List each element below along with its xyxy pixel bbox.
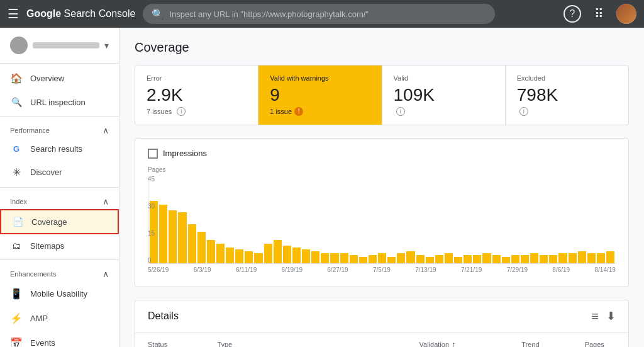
sidebar-item-search-results[interactable]: G Search results bbox=[0, 138, 119, 160]
chart-bar[interactable] bbox=[387, 257, 396, 263]
chart-bar[interactable] bbox=[578, 251, 586, 263]
chart-bar[interactable] bbox=[530, 253, 538, 263]
chart-bar[interactable] bbox=[406, 251, 414, 263]
stat-card-error[interactable]: Error 2.9K 7 issues i bbox=[135, 65, 258, 125]
mobile-icon: 📱 bbox=[10, 288, 23, 300]
stat-card-valid[interactable]: Valid 109K i bbox=[382, 65, 506, 125]
sidebar-item-label-sitemaps: Sitemaps bbox=[30, 241, 64, 251]
sidebar-item-mobile-usability[interactable]: 📱 Mobile Usability bbox=[0, 282, 119, 306]
chart-bar[interactable] bbox=[445, 253, 453, 263]
chart-bar[interactable] bbox=[283, 246, 291, 263]
chart-bar[interactable] bbox=[540, 255, 548, 263]
chart-bar[interactable] bbox=[569, 253, 577, 263]
chart-bar[interactable] bbox=[302, 249, 310, 263]
chart-bar[interactable] bbox=[426, 257, 434, 263]
sidebar-item-sitemaps[interactable]: 🗂 Sitemaps bbox=[0, 234, 119, 257]
topbar: ☰ Google Search Console 🔍 ? ⠿ bbox=[0, 0, 644, 28]
topbar-actions: ? ⠿ bbox=[564, 4, 636, 24]
chart-bar[interactable] bbox=[292, 247, 301, 263]
chart-bar[interactable] bbox=[502, 257, 510, 263]
search-bar[interactable]: 🔍 bbox=[143, 4, 495, 24]
sidebar-account[interactable]: ▾ bbox=[0, 28, 119, 64]
main-layout: ▾ 🏠 Overview 🔍 URL inspection Performanc… bbox=[0, 28, 644, 347]
filter-icon[interactable]: ≡ bbox=[591, 309, 599, 324]
warning-icon: ! bbox=[294, 107, 303, 116]
chart-bar[interactable] bbox=[464, 255, 472, 263]
apps-icon[interactable]: ⠿ bbox=[589, 4, 609, 24]
chart-header: Impressions bbox=[148, 149, 616, 159]
chart-bar[interactable] bbox=[492, 255, 501, 263]
chart-bar[interactable] bbox=[245, 251, 253, 263]
sidebar-item-overview[interactable]: 🏠 Overview bbox=[0, 66, 119, 91]
stat-info-icon-valid: i bbox=[396, 107, 405, 116]
chart-bar[interactable] bbox=[597, 253, 605, 263]
index-chevron-icon[interactable]: ∧ bbox=[103, 196, 109, 207]
sidebar-item-events[interactable]: 📅 Events bbox=[0, 331, 119, 347]
chart-bar[interactable] bbox=[369, 255, 377, 263]
enhancements-chevron-icon[interactable]: ∧ bbox=[103, 269, 109, 279]
th-pages: Pages bbox=[572, 333, 628, 347]
chart-bar[interactable] bbox=[235, 249, 243, 263]
chart-container: 45 30 15 0 5/26/19 6/3/19 6/11/19 bbox=[148, 176, 616, 276]
chart-bar[interactable] bbox=[264, 244, 272, 263]
sidebar-item-discover[interactable]: ✳ Discover bbox=[0, 160, 119, 185]
chart-bar[interactable] bbox=[473, 255, 481, 263]
search-input[interactable] bbox=[169, 9, 486, 19]
chart-bar[interactable] bbox=[435, 255, 443, 263]
sidebar-divider-3 bbox=[0, 259, 119, 260]
th-type: Type bbox=[204, 333, 406, 347]
chart-bar[interactable] bbox=[482, 253, 491, 263]
account-dropdown-icon[interactable]: ▾ bbox=[104, 40, 109, 50]
chart-bar[interactable] bbox=[188, 224, 196, 263]
chart-bar[interactable] bbox=[274, 240, 282, 263]
sidebar-section-index: Index ∧ bbox=[0, 190, 119, 209]
logo: Google Search Console bbox=[26, 8, 135, 20]
sidebar-divider-2 bbox=[0, 187, 119, 188]
chart-bar[interactable] bbox=[558, 253, 567, 263]
sidebar-item-label-overview: Overview bbox=[30, 74, 64, 83]
chart-bar[interactable] bbox=[359, 257, 367, 263]
chart-bar[interactable] bbox=[587, 253, 596, 263]
download-icon[interactable]: ⬇ bbox=[606, 309, 616, 324]
chart-bar[interactable] bbox=[340, 253, 348, 263]
chart-bar[interactable] bbox=[549, 255, 557, 263]
avatar[interactable] bbox=[616, 4, 636, 24]
stat-card-warnings[interactable]: Valid with warnings 9 1 issue ! bbox=[258, 65, 382, 125]
chart-bar[interactable] bbox=[397, 253, 405, 263]
chart-bar[interactable] bbox=[454, 257, 462, 263]
chart-bar[interactable] bbox=[207, 240, 215, 263]
chart-bar[interactable] bbox=[197, 232, 206, 263]
url-inspection-icon: 🔍 bbox=[10, 97, 23, 107]
performance-chevron-icon[interactable]: ∧ bbox=[103, 125, 109, 135]
chart-bar[interactable] bbox=[321, 253, 329, 263]
chart-bar[interactable] bbox=[511, 255, 519, 263]
sort-icon[interactable]: ↑ bbox=[452, 339, 456, 347]
menu-icon[interactable]: ☰ bbox=[8, 6, 19, 21]
chart-y-label: Pages bbox=[148, 166, 616, 173]
sidebar-item-coverage[interactable]: 📄 Coverage bbox=[0, 209, 119, 234]
th-validation: Validation ↑ bbox=[407, 333, 509, 347]
chart-bar[interactable] bbox=[254, 253, 262, 263]
chart-bar[interactable] bbox=[178, 212, 186, 263]
th-trend: Trend bbox=[509, 333, 572, 347]
sidebar-item-amp[interactable]: ⚡ AMP bbox=[0, 306, 119, 331]
chart-bar[interactable] bbox=[350, 255, 358, 263]
details-table: Status Type Validation ↑ Trend Pages bbox=[135, 333, 628, 347]
impressions-checkbox[interactable] bbox=[148, 149, 158, 159]
sidebar-divider-1 bbox=[0, 116, 119, 117]
stat-card-excluded[interactable]: Excluded 798K i bbox=[506, 65, 628, 125]
chart-bar[interactable] bbox=[216, 244, 225, 263]
chart-bar[interactable] bbox=[226, 247, 234, 263]
sidebar-item-url-inspection[interactable]: 🔍 URL inspection bbox=[0, 91, 119, 113]
stat-value-error: 2.9K bbox=[147, 84, 247, 106]
chart-bar[interactable] bbox=[169, 210, 177, 263]
chart-bar[interactable] bbox=[606, 251, 614, 263]
chart-bar[interactable] bbox=[521, 255, 529, 263]
stat-sub-excluded: i bbox=[517, 107, 617, 116]
chart-bar[interactable] bbox=[311, 251, 319, 263]
chart-bar[interactable] bbox=[378, 253, 386, 263]
sidebar-nav: 🏠 Overview 🔍 URL inspection Performance … bbox=[0, 64, 119, 347]
chart-bar[interactable] bbox=[330, 253, 338, 263]
chart-bar[interactable] bbox=[416, 255, 425, 263]
help-icon[interactable]: ? bbox=[564, 5, 581, 23]
